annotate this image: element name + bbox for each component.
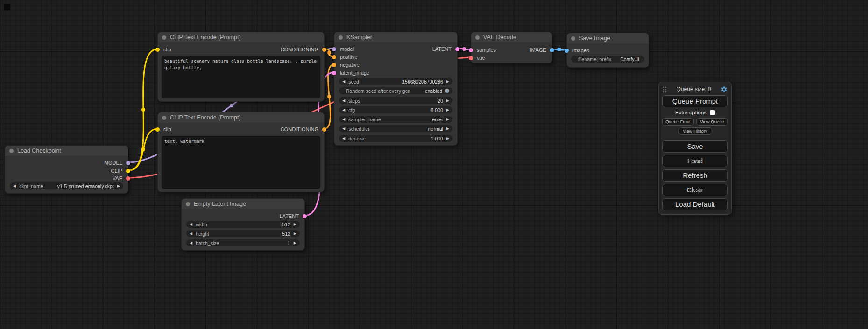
node-title-bar[interactable]: Save Image bbox=[567, 33, 649, 43]
scheduler-widget[interactable]: ◀ scheduler normal ▶ bbox=[339, 125, 452, 132]
input-dot-vae[interactable] bbox=[469, 56, 473, 60]
decrement-arrow-icon[interactable]: ◀ bbox=[342, 137, 345, 140]
batch-size-widget[interactable]: ◀ batch_size 1 ▶ bbox=[186, 239, 300, 246]
node-empty-latent-image[interactable]: Empty Latent Image LATENT ◀ width 512 ▶ … bbox=[181, 198, 305, 251]
node-save-image[interactable]: Save Image images filename_prefix ComfyU… bbox=[566, 33, 649, 68]
slot-label: MODEL bbox=[104, 160, 122, 166]
increment-arrow-icon[interactable]: ▶ bbox=[446, 137, 449, 140]
toggle-indicator-icon[interactable] bbox=[445, 89, 449, 93]
filename-prefix-widget[interactable]: filename_prefix ComfyUI bbox=[571, 56, 644, 63]
output-dot-latent[interactable] bbox=[303, 214, 307, 218]
slot-label: samples bbox=[477, 47, 496, 53]
prompt-textarea[interactable]: text, watermark bbox=[162, 136, 320, 189]
increment-arrow-icon[interactable]: ▶ bbox=[446, 108, 449, 112]
load-button[interactable]: Load bbox=[662, 155, 728, 167]
collapse-dot-icon[interactable] bbox=[339, 35, 343, 40]
output-dot-clip[interactable] bbox=[126, 169, 130, 173]
queue-buttons-row: Queue Front View Queue bbox=[662, 118, 728, 126]
output-dot-latent[interactable] bbox=[455, 47, 459, 51]
decrement-arrow-icon[interactable]: ◀ bbox=[342, 118, 345, 121]
input-dot-positive[interactable] bbox=[332, 55, 336, 59]
slot-label: CLIP bbox=[111, 168, 122, 174]
queue-front-button[interactable]: Queue Front bbox=[662, 118, 694, 126]
increment-arrow-icon[interactable]: ▶ bbox=[446, 118, 449, 121]
input-slot-samples: samples bbox=[469, 47, 500, 53]
increment-arrow-icon[interactable]: ▶ bbox=[446, 127, 449, 131]
increment-arrow-icon[interactable]: ▶ bbox=[446, 99, 449, 103]
input-dot-clip[interactable] bbox=[155, 127, 160, 132]
sampler-name-widget[interactable]: ◀ sampler_name euler ▶ bbox=[339, 116, 452, 123]
node-clip-text-encode-negative[interactable]: CLIP Text Encode (Prompt) clip CONDITION… bbox=[157, 112, 325, 192]
decrement-arrow-icon[interactable]: ◀ bbox=[190, 241, 192, 245]
denoise-widget[interactable]: ◀ denoise 1.000 ▶ bbox=[339, 135, 452, 142]
collapse-dot-icon[interactable] bbox=[9, 149, 14, 153]
node-title-bar[interactable]: Empty Latent Image bbox=[182, 199, 304, 209]
decrement-arrow-icon[interactable]: ◀ bbox=[342, 108, 345, 112]
node-ksampler[interactable]: KSampler model positive negative latent_… bbox=[334, 32, 458, 146]
view-queue-button[interactable]: View Queue bbox=[696, 118, 728, 126]
input-slot-positive: positive bbox=[332, 54, 361, 60]
node-vae-decode[interactable]: VAE Decode samples vae IMAGE bbox=[471, 32, 552, 63]
input-dot-samples[interactable] bbox=[469, 48, 473, 52]
decrement-arrow-icon[interactable]: ◀ bbox=[190, 223, 192, 226]
queue-prompt-button[interactable]: Queue Prompt bbox=[662, 95, 728, 107]
ckpt-name-widget[interactable]: ◀ ckpt_name v1-5-pruned-emaonly.ckpt ▶ bbox=[10, 182, 123, 189]
increment-arrow-icon[interactable]: ▶ bbox=[294, 232, 296, 236]
refresh-button[interactable]: Refresh bbox=[662, 169, 728, 182]
extra-options-checkbox[interactable] bbox=[710, 110, 715, 115]
collapse-dot-icon[interactable] bbox=[186, 202, 190, 206]
node-clip-text-encode-positive[interactable]: CLIP Text Encode (Prompt) clip CONDITION… bbox=[157, 32, 325, 102]
collapse-dot-icon[interactable] bbox=[162, 35, 166, 40]
widget-label: Random seed after every gen bbox=[346, 88, 410, 94]
output-dot-conditioning[interactable] bbox=[322, 48, 326, 52]
node-title-bar[interactable]: VAE Decode bbox=[471, 32, 552, 42]
decrement-arrow-icon[interactable]: ◀ bbox=[342, 127, 345, 131]
steps-widget[interactable]: ◀ steps 20 ▶ bbox=[339, 97, 452, 104]
increment-arrow-icon[interactable]: ▶ bbox=[294, 223, 296, 226]
output-dot-model[interactable] bbox=[126, 161, 130, 165]
node-title-bar[interactable]: Load Checkpoint bbox=[5, 146, 128, 156]
widget-value: ComfyUI bbox=[620, 56, 639, 62]
load-default-button[interactable]: Load Default bbox=[662, 198, 728, 210]
queue-panel-header: Queue size: 0 bbox=[663, 85, 727, 93]
queue-size-label: Queue size: 0 bbox=[667, 86, 720, 92]
input-dot-latent-image[interactable] bbox=[332, 71, 336, 75]
input-dot-images[interactable] bbox=[565, 49, 569, 53]
settings-gear-icon[interactable] bbox=[720, 86, 727, 93]
output-dot-conditioning[interactable] bbox=[322, 127, 326, 132]
output-dot-vae[interactable] bbox=[126, 176, 130, 181]
increment-arrow-icon[interactable]: ▶ bbox=[117, 184, 120, 188]
save-button[interactable]: Save bbox=[662, 140, 728, 153]
decrement-arrow-icon[interactable]: ◀ bbox=[13, 184, 16, 188]
seed-widget[interactable]: ◀ seed 156680208700286 ▶ bbox=[339, 78, 452, 85]
output-slot-model: MODEL bbox=[100, 160, 130, 166]
decrement-arrow-icon[interactable]: ◀ bbox=[342, 80, 345, 84]
view-history-button[interactable]: View History bbox=[678, 127, 712, 135]
increment-arrow-icon[interactable]: ▶ bbox=[294, 241, 296, 245]
output-dot-image[interactable] bbox=[550, 48, 554, 52]
decrement-arrow-icon[interactable]: ◀ bbox=[190, 232, 192, 236]
collapse-dot-icon[interactable] bbox=[571, 36, 575, 41]
input-dot-negative[interactable] bbox=[332, 63, 336, 67]
height-widget[interactable]: ◀ height 512 ▶ bbox=[186, 230, 300, 237]
width-widget[interactable]: ◀ width 512 ▶ bbox=[186, 221, 300, 228]
increment-arrow-icon[interactable]: ▶ bbox=[446, 80, 449, 84]
random-seed-toggle-widget[interactable]: Random seed after every gen enabled bbox=[339, 87, 452, 94]
decrement-arrow-icon[interactable]: ◀ bbox=[342, 99, 345, 103]
node-title-bar[interactable]: CLIP Text Encode (Prompt) bbox=[158, 32, 324, 42]
collapse-dot-icon[interactable] bbox=[475, 35, 480, 40]
prompt-textarea[interactable]: beautiful scenery nature glass bottle la… bbox=[162, 56, 320, 98]
drag-handle-icon[interactable] bbox=[663, 86, 667, 92]
node-graph-canvas[interactable]: Load Checkpoint MODEL CLIP VAE ◀ ckpt_na… bbox=[0, 0, 868, 329]
input-dot-clip[interactable] bbox=[155, 48, 160, 52]
node-load-checkpoint[interactable]: Load Checkpoint MODEL CLIP VAE ◀ ckpt_na… bbox=[5, 145, 128, 194]
clear-button[interactable]: Clear bbox=[662, 184, 728, 196]
collapse-dot-icon[interactable] bbox=[162, 116, 166, 120]
node-title-bar[interactable]: KSampler bbox=[334, 32, 457, 42]
widget-value: 512 bbox=[282, 222, 290, 227]
node-title: Empty Latent Image bbox=[194, 201, 246, 207]
node-title-bar[interactable]: CLIP Text Encode (Prompt) bbox=[158, 112, 324, 123]
cfg-widget[interactable]: ◀ cfg 8.000 ▶ bbox=[339, 106, 452, 113]
history-row: View History bbox=[662, 127, 728, 135]
input-dot-model[interactable] bbox=[332, 47, 336, 51]
